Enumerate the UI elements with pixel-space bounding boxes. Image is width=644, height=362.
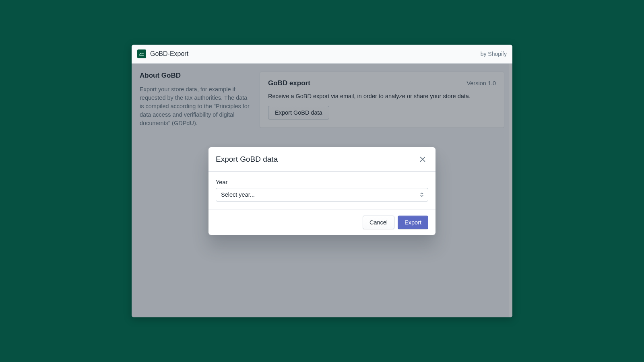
app-title: GoBD-Export (150, 50, 188, 58)
app-header-left: GoBD-Export (137, 49, 188, 58)
modal-header: Export GoBD data (208, 147, 436, 172)
modal-title: Export GoBD data (216, 155, 278, 164)
year-select-wrap: Select year... (216, 188, 428, 202)
modal-body: Year Select year... (208, 172, 436, 210)
export-button[interactable]: Export (398, 216, 428, 229)
app-window: GoBD-Export by Shopify About GoBD Export… (132, 45, 512, 317)
app-icon (137, 49, 146, 58)
year-label: Year (216, 179, 428, 185)
close-icon (419, 156, 426, 163)
modal-footer: Cancel Export (208, 210, 436, 235)
export-modal: Export GoBD data Year Select year... (208, 147, 436, 235)
close-button[interactable] (417, 154, 428, 165)
by-line: by Shopify (481, 51, 507, 57)
cancel-button[interactable]: Cancel (363, 216, 394, 229)
app-header: GoBD-Export by Shopify (132, 45, 512, 64)
year-select[interactable]: Select year... (216, 188, 428, 202)
